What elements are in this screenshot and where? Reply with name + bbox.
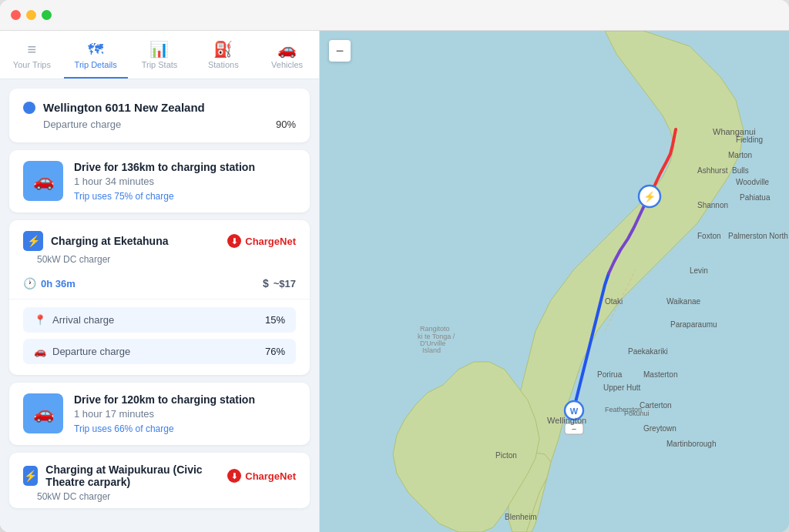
arrival-charge-row-1: 📍 Arrival charge 15%: [23, 307, 296, 333]
svg-text:Foxton: Foxton: [697, 232, 721, 240]
svg-text:Bulls: Bulls: [732, 166, 749, 175]
map-svg: W − ⚡ Whanganui Palmerston North Waikana…: [320, 31, 789, 532]
chargenet-label-2: ChargeNet: [245, 470, 296, 482]
map-icon: 🗺: [88, 42, 103, 57]
map-area: W − ⚡ Whanganui Palmerston North Waikana…: [320, 31, 789, 532]
departure-charge-left-1: 🚗 Departure charge: [34, 346, 130, 357]
tab-vehicles[interactable]: 🚗 Vehicles: [255, 37, 319, 79]
tab-stations[interactable]: ⛽ Stations: [191, 37, 255, 79]
svg-text:−: −: [572, 424, 576, 433]
drive-charge-note-2: Trip uses 66% of charge: [74, 423, 296, 434]
car-icon-1: 🚗: [34, 346, 46, 357]
svg-text:W: W: [570, 407, 579, 416]
drive-title-2: Drive for 120km to charging station: [74, 393, 296, 406]
svg-text:Picton: Picton: [495, 451, 517, 460]
vehicle-icon: 🚗: [277, 42, 297, 57]
left-panel: ≡ Your Trips 🗺 Trip Details 📊 Trip Stats…: [0, 31, 320, 532]
app-window: ≡ Your Trips 🗺 Trip Details 📊 Trip Stats…: [0, 0, 789, 532]
svg-text:Martinborough: Martinborough: [666, 440, 716, 448]
drive-duration-1: 1 hour 34 minutes: [74, 176, 296, 187]
svg-text:Porirua: Porirua: [597, 370, 623, 379]
svg-text:Wellington: Wellington: [547, 416, 586, 425]
arrival-charge-value-1: 15%: [265, 314, 285, 326]
charging-bolt-icon-1: ⚡: [23, 231, 43, 251]
svg-text:Pahiatua: Pahiatua: [740, 193, 771, 202]
svg-text:Marton: Marton: [728, 151, 752, 159]
svg-text:Otaki: Otaki: [605, 297, 623, 306]
svg-text:Carterton: Carterton: [640, 401, 672, 410]
charging-card-2: ⚡ Charging at Waipukurau (Civic Theatre …: [9, 453, 310, 508]
svg-text:Masterton: Masterton: [643, 370, 677, 379]
location-card: Wellington 6011 New Zealand Departure ch…: [9, 89, 310, 142]
drive-icon-box-2: 🚗: [23, 393, 63, 433]
chargenet-badge-1: ⬇ ChargeNet: [227, 234, 296, 248]
charging-left-1: ⚡ Charging at Eketahuna: [23, 231, 168, 251]
drive-info-1: Drive for 136km to charging station 1 ho…: [74, 161, 296, 202]
hamburger-icon: ≡: [28, 42, 37, 57]
tab-trip-details-label: Trip Details: [75, 60, 117, 69]
drive-segment-2: 🚗 Drive for 120km to charging station 1 …: [9, 383, 310, 445]
tab-trip-details[interactable]: 🗺 Trip Details: [64, 37, 128, 79]
charging-bolt-icon-2: ⚡: [23, 466, 38, 486]
maximize-button[interactable]: [42, 10, 52, 20]
drive-info-2: Drive for 120km to charging station 1 ho…: [74, 393, 296, 434]
tab-your-trips-label: Your Trips: [13, 60, 51, 69]
close-button[interactable]: [11, 10, 21, 20]
stats-icon: 📊: [149, 42, 169, 57]
departure-charge-value-1: 76%: [265, 346, 285, 357]
svg-text:⚡: ⚡: [643, 190, 656, 203]
svg-text:Waikanae: Waikanae: [666, 297, 701, 306]
svg-text:Shannon: Shannon: [697, 201, 728, 209]
charging-card-1: ⚡ Charging at Eketahuna ⬇ ChargeNet 50kW…: [9, 220, 310, 375]
charging-subtitle-2: 50kW DC charger: [37, 491, 310, 508]
drive-icon-box-1: 🚗: [23, 161, 63, 201]
charging-title-2: Charging at Waipukurau (Civic Theatre ca…: [45, 463, 227, 488]
svg-text:Woodville: Woodville: [736, 178, 770, 186]
departure-label: Departure charge: [43, 119, 121, 130]
arrival-charge-left-1: 📍 Arrival charge: [34, 314, 114, 326]
svg-text:Ashhurst: Ashhurst: [697, 166, 728, 175]
charging-stats-1: 🕐 0h 36m $ ~$17: [9, 271, 310, 299]
charging-title-1: Charging at Eketahuna: [51, 235, 168, 247]
charging-header-2: ⚡ Charging at Waipukurau (Civic Theatre …: [9, 453, 310, 491]
charging-left-2: ⚡ Charging at Waipukurau (Civic Theatre …: [23, 463, 227, 488]
svg-text:Upper Hutt: Upper Hutt: [603, 383, 641, 392]
titlebar: [0, 0, 789, 31]
svg-text:Paekakariki: Paekakariki: [628, 347, 668, 356]
location-header: Wellington 6011 New Zealand: [23, 101, 296, 114]
arrival-charge-label-1: Arrival charge: [52, 314, 114, 326]
tab-trip-stats[interactable]: 📊 Trip Stats: [128, 37, 192, 79]
tab-vehicles-label: Vehicles: [271, 60, 303, 69]
app-content: ≡ Your Trips 🗺 Trip Details 📊 Trip Stats…: [0, 31, 789, 532]
map-zoom-out-button[interactable]: −: [329, 40, 351, 62]
charge-cost-value-1: ~$17: [274, 278, 296, 289]
drive-title-1: Drive for 136km to charging station: [74, 161, 296, 173]
svg-text:Featherston: Featherston: [605, 406, 642, 413]
charge-cost-1: $ ~$17: [263, 277, 296, 289]
pin-icon-1: 📍: [34, 314, 46, 326]
minimize-button[interactable]: [26, 10, 36, 20]
departure-value: 90%: [276, 119, 296, 130]
location-name: Wellington 6011 New Zealand: [43, 101, 205, 114]
location-meta: Departure charge 90%: [23, 119, 296, 130]
nav-tabs: ≡ Your Trips 🗺 Trip Details 📊 Trip Stats…: [0, 31, 319, 79]
chargenet-icon-2: ⬇: [227, 469, 241, 483]
drive-duration-2: 1 hour 17 minutes: [74, 408, 296, 420]
svg-text:Levin: Levin: [690, 266, 708, 275]
departure-charge-row-1: 🚗 Departure charge 76%: [23, 339, 296, 364]
stations-icon: ⛽: [213, 42, 233, 57]
tab-your-trips[interactable]: ≡ Your Trips: [0, 37, 64, 79]
car-drive-icon: 🚗: [33, 171, 54, 191]
drive-segment-1: 🚗 Drive for 136km to charging station 1 …: [9, 150, 310, 212]
svg-text:Fielding: Fielding: [736, 136, 763, 144]
drive-charge-note-1: Trip uses 75% of charge: [74, 191, 296, 202]
charge-time-1: 🕐 0h 36m: [23, 277, 76, 289]
panel-scroll[interactable]: Wellington 6011 New Zealand Departure ch…: [0, 79, 319, 532]
chargenet-badge-2: ⬇ ChargeNet: [227, 469, 296, 483]
chargenet-label-1: ChargeNet: [245, 236, 296, 247]
svg-text:Rangitoto: Rangitoto: [420, 325, 450, 333]
chargenet-icon-1: ⬇: [227, 234, 241, 248]
svg-text:Paraparaumu: Paraparaumu: [670, 320, 717, 329]
charging-header-1: ⚡ Charging at Eketahuna ⬇ ChargeNet: [9, 220, 310, 254]
svg-text:Greytown: Greytown: [643, 424, 677, 433]
